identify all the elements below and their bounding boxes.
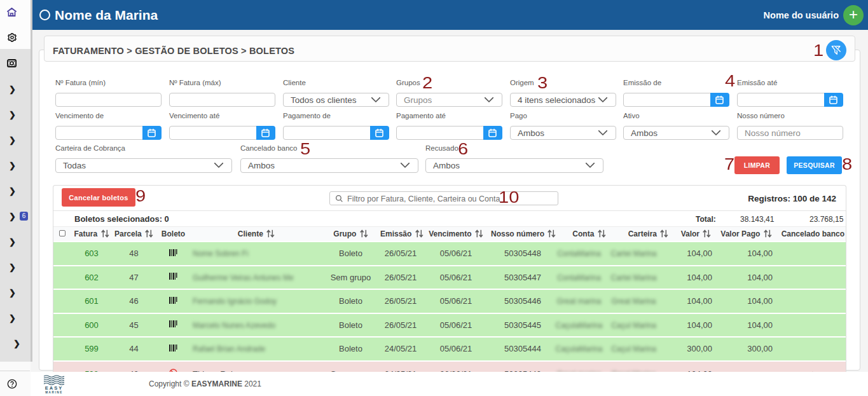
svg-text:EASY: EASY <box>45 385 63 391</box>
svg-text:MARINE: MARINE <box>45 391 63 394</box>
